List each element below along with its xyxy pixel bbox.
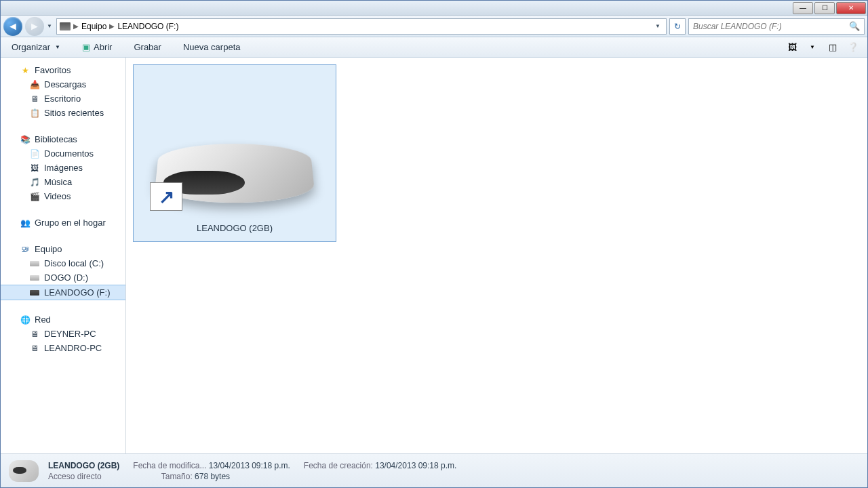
downloads-icon: 📥: [29, 80, 40, 89]
help-button[interactable]: ❔: [846, 41, 861, 54]
breadcrumb-current[interactable]: LEANDOGO (F:): [117, 22, 178, 31]
sidebar-item-videos[interactable]: 🎬Videos: [1, 189, 125, 203]
file-list-pane[interactable]: ↗ LEANDOGO (2GB): [126, 58, 867, 453]
navigation-pane: ★Favoritos 📥Descargas 🖥Escritorio 📋Sitio…: [1, 58, 126, 453]
forward-button[interactable]: ►: [25, 17, 44, 36]
sidebar-item-pictures[interactable]: 🖼Imágenes: [1, 161, 125, 175]
drive-icon: [29, 273, 40, 283]
music-icon: 🎵: [29, 178, 40, 187]
pc-icon: 🖥: [29, 344, 40, 353]
documents-icon: 📄: [29, 149, 40, 159]
videos-icon: 🎬: [29, 192, 40, 201]
details-created-label: Fecha de creación:: [304, 461, 373, 470]
new-folder-button[interactable]: Nueva carpeta: [179, 41, 245, 54]
chevron-down-icon: ▼: [55, 44, 60, 50]
sidebar-computer-header[interactable]: 🖳Equipo: [1, 242, 125, 256]
search-icon[interactable]: 🔍: [849, 21, 860, 31]
drive-icon: [29, 288, 40, 298]
nav-history-dropdown[interactable]: ▼: [47, 23, 54, 29]
search-box[interactable]: 🔍: [688, 18, 865, 35]
details-size-value: 678 bytes: [195, 472, 230, 481]
sidebar-homegroup-header[interactable]: 👥Grupo en el hogar: [1, 216, 125, 230]
burn-label: Grabar: [134, 42, 161, 52]
new-folder-label: Nueva carpeta: [183, 42, 241, 52]
drive-shortcut-icon: ↗: [150, 121, 319, 216]
address-bar[interactable]: ▶ Equipo ▶ LEANDOGO (F:) ▼: [56, 18, 667, 35]
breadcrumb-computer[interactable]: Equipo: [81, 22, 106, 31]
details-created-value: 13/04/2013 09:18 p.m.: [375, 461, 456, 470]
details-drive-icon: [9, 460, 39, 482]
sidebar-item-drive-f[interactable]: LEANDOGO (F:): [1, 285, 125, 300]
computer-icon: 🖳: [20, 245, 31, 254]
recent-icon: 📋: [29, 108, 40, 118]
sidebar-libraries-header[interactable]: 📚Bibliotecas: [1, 132, 125, 146]
back-button[interactable]: ◄: [3, 17, 22, 36]
drive-icon: [60, 22, 71, 30]
nav-bar: ◄ ► ▼ ▶ Equipo ▶ LEANDOGO (F:) ▼ ↻ 🔍: [1, 16, 867, 37]
sidebar-item-music[interactable]: 🎵Música: [1, 175, 125, 189]
main-area: ★Favoritos 📥Descargas 🖥Escritorio 📋Sitio…: [1, 58, 867, 453]
file-item-shortcut[interactable]: ↗ LEANDOGO (2GB): [133, 64, 336, 242]
star-icon: ★: [20, 66, 31, 75]
sidebar-item-network-pc1[interactable]: 🖥DEYNER-PC: [1, 327, 125, 341]
breadcrumb-sep-icon: ▶: [109, 22, 115, 30]
pc-icon: 🖥: [29, 329, 40, 339]
open-label: Abrir: [94, 42, 112, 52]
window-controls: — ☐ ✕: [793, 2, 867, 14]
details-pane: LEANDOGO (2GB) Fecha de modifica... 13/0…: [1, 453, 867, 487]
breadcrumb-sep-icon: ▶: [73, 22, 79, 30]
close-button[interactable]: ✕: [836, 2, 866, 14]
details-size-label: Tamaño:: [161, 472, 193, 481]
details-filename: LEANDOGO (2GB): [48, 461, 119, 470]
details-info: LEANDOGO (2GB) Fecha de modifica... 13/0…: [48, 461, 456, 481]
open-icon: ▣: [82, 42, 90, 52]
favorites-group: ★Favoritos 📥Descargas 🖥Escritorio 📋Sitio…: [1, 63, 125, 120]
explorer-window: — ☐ ✕ ◄ ► ▼ ▶ Equipo ▶ LEANDOGO (F:) ▼ ↻…: [0, 0, 868, 488]
sidebar-item-network-pc2[interactable]: 🖥LEANDRO-PC: [1, 341, 125, 355]
toolbar-right: 🖼 ▼ ◫ ❔: [785, 41, 861, 54]
computer-group: 🖳Equipo Disco local (C:) DOGO (D:) LEAND…: [1, 242, 125, 300]
file-item-label: LEANDOGO (2GB): [197, 223, 273, 233]
sidebar-item-downloads[interactable]: 📥Descargas: [1, 77, 125, 92]
minimize-button[interactable]: —: [793, 2, 813, 14]
network-group: 🌐Red 🖥DEYNER-PC 🖥LEANDRO-PC: [1, 312, 125, 355]
details-modified-value: 13/04/2013 09:18 p.m.: [209, 461, 290, 470]
maximize-button[interactable]: ☐: [814, 2, 835, 14]
organize-label: Organizar: [12, 42, 50, 52]
titlebar: — ☐ ✕: [1, 1, 867, 16]
organize-button[interactable]: Organizar ▼: [7, 41, 64, 54]
sidebar-favorites-header[interactable]: ★Favoritos: [1, 63, 125, 77]
sidebar-item-desktop[interactable]: 🖥Escritorio: [1, 92, 125, 106]
desktop-icon: 🖥: [29, 94, 40, 104]
toolbar: Organizar ▼ ▣ Abrir Grabar Nueva carpeta…: [1, 37, 867, 58]
refresh-button[interactable]: ↻: [669, 18, 686, 35]
sidebar-item-recent[interactable]: 📋Sitios recientes: [1, 106, 125, 120]
open-button[interactable]: ▣ Abrir: [78, 41, 116, 54]
search-input[interactable]: [693, 22, 849, 31]
sidebar-item-drive-d[interactable]: DOGO (D:): [1, 270, 125, 285]
preview-pane-button[interactable]: ◫: [825, 41, 840, 54]
homegroup-icon: 👥: [20, 218, 31, 228]
address-dropdown[interactable]: ▼: [652, 23, 663, 29]
sidebar-network-header[interactable]: 🌐Red: [1, 312, 125, 327]
shortcut-overlay-icon: ↗: [150, 182, 182, 211]
view-options-button[interactable]: 🖼: [785, 41, 800, 54]
details-modified-label: Fecha de modifica...: [133, 461, 206, 470]
burn-button[interactable]: Grabar: [130, 41, 165, 54]
pictures-icon: 🖼: [29, 163, 40, 173]
details-filetype: Acceso directo: [48, 472, 102, 481]
network-icon: 🌐: [20, 315, 31, 325]
drive-icon: [29, 259, 40, 268]
view-dropdown[interactable]: ▼: [805, 41, 820, 54]
libraries-icon: 📚: [20, 135, 31, 144]
homegroup-group: 👥Grupo en el hogar: [1, 216, 125, 230]
sidebar-item-drive-c[interactable]: Disco local (C:): [1, 256, 125, 270]
libraries-group: 📚Bibliotecas 📄Documentos 🖼Imágenes 🎵Músi…: [1, 132, 125, 203]
sidebar-item-documents[interactable]: 📄Documentos: [1, 146, 125, 161]
